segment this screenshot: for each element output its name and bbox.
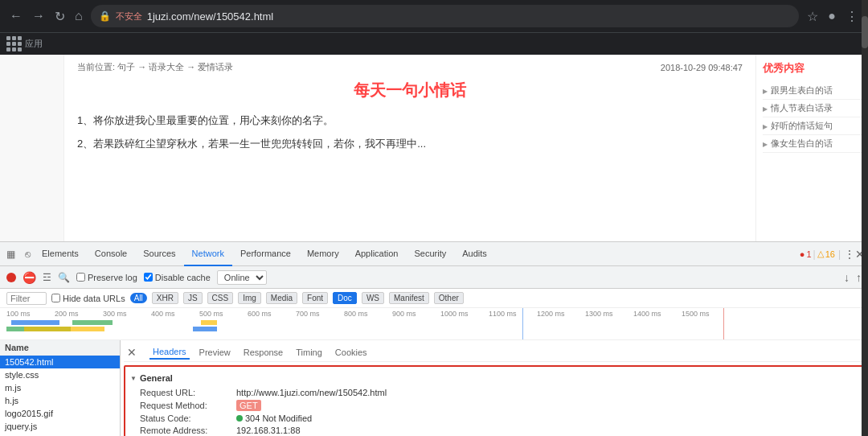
disable-cache-checkbox[interactable] bbox=[144, 273, 153, 282]
page-title: 每天一句小情话 bbox=[77, 80, 743, 101]
request-url-row: Request URL: http://www.1juzi.com/new/15… bbox=[140, 388, 849, 397]
status-code-row: Status Code: 304 Not Modified bbox=[140, 413, 849, 423]
throttling-select[interactable]: Online bbox=[217, 270, 267, 285]
apps-button[interactable]: 应用 bbox=[6, 36, 43, 51]
list-item[interactable]: m.js bbox=[0, 381, 120, 394]
search-button[interactable]: 🔍 bbox=[58, 272, 70, 283]
filter-img[interactable]: Img bbox=[238, 292, 261, 304]
import-button[interactable]: ↓ bbox=[844, 271, 850, 284]
timeline-bar-blue-2 bbox=[193, 327, 217, 331]
tab-memory[interactable]: Memory bbox=[299, 242, 347, 266]
list-item[interactable]: style.css bbox=[0, 368, 120, 381]
breadcrumb: 当前位置: 句子 → 语录大全 → 爱情话录 2018-10-29 09:48:… bbox=[77, 61, 743, 73]
filter-font[interactable]: Font bbox=[302, 292, 328, 304]
clear-button[interactable]: ⛔ bbox=[23, 271, 36, 284]
warning-count: △ 16 bbox=[817, 249, 835, 259]
scrollbar[interactable] bbox=[862, 0, 868, 436]
name-column-header: Name bbox=[5, 343, 29, 352]
filter-manifest[interactable]: Manifest bbox=[389, 292, 429, 304]
device-toolbar-button[interactable]: ⎋ bbox=[22, 247, 34, 261]
tab-network[interactable]: Network bbox=[184, 242, 232, 266]
sidebar-title: 优秀内容 bbox=[763, 61, 862, 76]
address-bar[interactable]: 🔒 不安全 1juzi.com/new/150542.html bbox=[91, 5, 800, 27]
filter-doc[interactable]: Doc bbox=[333, 292, 357, 304]
general-section: General Request URL: http://www.1juzi.co… bbox=[124, 365, 865, 436]
forward-button[interactable]: → bbox=[29, 6, 48, 27]
bookmark-button[interactable]: ☆ bbox=[804, 6, 821, 27]
filter-button[interactable]: ☲ bbox=[43, 272, 51, 283]
browser-actions: ☆ ● ⋮ bbox=[804, 6, 862, 27]
hide-data-urls-checkbox[interactable] bbox=[51, 294, 60, 302]
tab-audits[interactable]: Audits bbox=[454, 242, 495, 266]
network-panel: Name 150542.html style.css m.js h.js log… bbox=[0, 340, 868, 436]
close-detail-button[interactable]: ✕ bbox=[127, 346, 137, 359]
disable-cache-label[interactable]: Disable cache bbox=[144, 273, 211, 282]
filter-input[interactable] bbox=[6, 292, 47, 305]
request-detail-tabs: ✕ Headers Preview Response Timing Cookie… bbox=[124, 343, 865, 362]
filter-bar: Hide data URLs All XHR JS CSS Img Media … bbox=[0, 289, 868, 308]
timeline: 100 ms 200 ms 300 ms 400 ms 500 ms 600 m… bbox=[0, 308, 868, 340]
tab-sources[interactable]: Sources bbox=[135, 242, 183, 266]
url-display: 1juzi.com/new/150542.html bbox=[147, 10, 274, 23]
tl-mark-1300: 1300 ms bbox=[585, 310, 613, 318]
list-item[interactable]: 150542.html bbox=[0, 356, 120, 368]
security-label: 不安全 bbox=[116, 10, 142, 23]
preserve-log-checkbox[interactable] bbox=[76, 273, 85, 282]
file-list-header: Name bbox=[0, 340, 120, 356]
req-tab-timing[interactable]: Timing bbox=[293, 346, 326, 359]
request-method-value: GET bbox=[236, 400, 261, 411]
timeline-bar-yellow-1 bbox=[24, 327, 104, 331]
page-content-area: 当前位置: 句子 → 语录大全 → 爱情话录 2018-10-29 09:48:… bbox=[0, 55, 868, 241]
home-button[interactable]: ⌂ bbox=[72, 6, 86, 27]
filter-other[interactable]: Other bbox=[434, 292, 464, 304]
sidebar-item-1[interactable]: 情人节表白话录 bbox=[763, 100, 862, 117]
tl-mark-1200: 1200 ms bbox=[537, 310, 565, 318]
tl-mark-200: 200 ms bbox=[55, 310, 79, 318]
tl-mark-600: 600 ms bbox=[248, 310, 272, 318]
list-item[interactable]: h.js bbox=[0, 394, 120, 407]
filter-media[interactable]: Media bbox=[266, 292, 297, 304]
req-tab-headers[interactable]: Headers bbox=[149, 345, 190, 360]
remote-address-value: 192.168.31.1:88 bbox=[236, 426, 301, 435]
main-page-content: 当前位置: 句子 → 语录大全 → 爱情话录 2018-10-29 09:48:… bbox=[64, 55, 755, 241]
request-details: ✕ Headers Preview Response Timing Cookie… bbox=[121, 340, 868, 436]
sidebar-item-0[interactable]: 跟男生表白的话 bbox=[763, 82, 862, 100]
devtools-tabs-bar: ▦ ⎋ Elements Console Sources Network Per… bbox=[0, 242, 868, 266]
menu-button[interactable]: ⋮ bbox=[842, 6, 862, 27]
req-tab-cookies[interactable]: Cookies bbox=[332, 346, 371, 359]
tab-console[interactable]: Console bbox=[87, 242, 135, 266]
list-item[interactable]: logo2015.gif bbox=[0, 407, 120, 420]
tl-mark-500: 500 ms bbox=[199, 310, 223, 318]
req-tab-response[interactable]: Response bbox=[240, 346, 287, 359]
record-button[interactable] bbox=[6, 273, 16, 282]
refresh-button[interactable]: ↻ bbox=[51, 6, 68, 27]
sidebar-item-2[interactable]: 好听的情话短句 bbox=[763, 117, 862, 135]
tl-mark-700: 700 ms bbox=[296, 310, 320, 318]
profile-button[interactable]: ● bbox=[825, 6, 839, 27]
all-filter-badge[interactable]: All bbox=[130, 293, 147, 303]
filter-ws[interactable]: WS bbox=[362, 292, 384, 304]
tab-performance[interactable]: Performance bbox=[232, 242, 299, 266]
sidebar-item-3[interactable]: 像女生告白的话 bbox=[763, 135, 862, 153]
export-button[interactable]: ↑ bbox=[856, 271, 862, 284]
filter-js[interactable]: JS bbox=[183, 292, 203, 304]
tab-security[interactable]: Security bbox=[406, 242, 454, 266]
apps-grid-icon bbox=[6, 36, 22, 51]
list-item[interactable]: jquery.js bbox=[0, 420, 120, 433]
req-tab-preview[interactable]: Preview bbox=[196, 346, 234, 359]
general-section-header[interactable]: General bbox=[130, 372, 858, 385]
devtools-settings-button[interactable]: ⋮ bbox=[844, 248, 855, 261]
browser-chrome: ← → ↻ ⌂ 🔒 不安全 1juzi.com/new/150542.html … bbox=[0, 0, 868, 32]
hide-data-urls-label[interactable]: Hide data URLs bbox=[51, 294, 125, 303]
filter-xhr[interactable]: XHR bbox=[152, 292, 178, 304]
inspect-element-button[interactable]: ▦ bbox=[3, 247, 18, 261]
timeline-bar-yellow-2 bbox=[201, 320, 217, 325]
devtools-panel: ▦ ⎋ Elements Console Sources Network Per… bbox=[0, 241, 868, 436]
list-item[interactable]: jquery.droppy.js bbox=[0, 433, 120, 436]
filter-css[interactable]: CSS bbox=[207, 292, 234, 304]
tl-mark-1500: 1500 ms bbox=[682, 310, 710, 318]
preserve-log-label[interactable]: Preserve log bbox=[76, 273, 137, 282]
back-button[interactable]: ← bbox=[6, 6, 26, 27]
tab-application[interactable]: Application bbox=[347, 242, 407, 266]
tab-elements[interactable]: Elements bbox=[34, 242, 87, 266]
